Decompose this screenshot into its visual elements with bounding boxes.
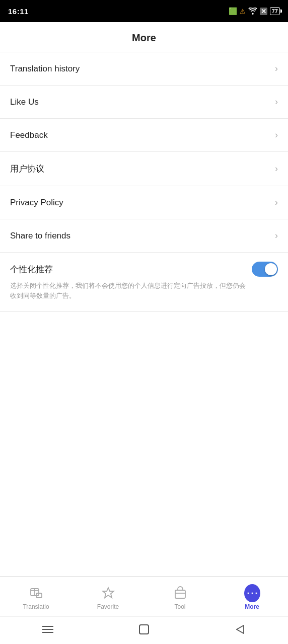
chevron-icon-share-to-friends: › (275, 230, 278, 241)
tab-label-favorite: Favorite (97, 603, 119, 610)
status-time: 16:11 (8, 7, 29, 16)
menu-item-share-to-friends[interactable]: Share to friends › (0, 219, 288, 253)
svg-point-9 (255, 592, 257, 594)
toggle-title: 个性化推荐 (10, 264, 53, 275)
nav-back-button[interactable] (230, 622, 250, 637)
menu-item-user-agreement[interactable]: 用户协议 › (0, 152, 288, 186)
tab-label-tool: Tool (174, 603, 185, 610)
menu-item-label-like-us: Like Us (10, 97, 39, 107)
chevron-icon-user-agreement: › (275, 164, 278, 174)
chevron-icon-like-us: › (275, 97, 278, 107)
home-square-icon (139, 624, 149, 634)
favorite-icon-wrap (100, 585, 116, 601)
menu-list: Translation history › Like Us › Feedback… (0, 52, 288, 444)
favorite-icon (101, 586, 115, 600)
nav-menu-button[interactable] (38, 622, 58, 637)
toggle-description: 选择关闭个性化推荐，我们将不会使用您的个人信息进行定向广告投放，但您仍会收到同等… (10, 281, 278, 300)
android-nav-bar (0, 616, 288, 644)
menu-item-privacy-policy[interactable]: Privacy Policy › (0, 186, 288, 219)
personalized-toggle[interactable] (252, 262, 278, 277)
menu-item-like-us[interactable]: Like Us › (0, 86, 288, 119)
tab-item-more[interactable]: More (216, 585, 288, 610)
svg-point-8 (251, 592, 253, 594)
tool-icon (173, 586, 187, 600)
nav-home-button[interactable] (134, 622, 154, 637)
personalized-recommendation-section: 个性化推荐 选择关闭个性化推荐，我们将不会使用您的个人信息进行定向广告投放，但您… (0, 253, 288, 312)
menu-item-feedback[interactable]: Feedback › (0, 119, 288, 152)
chevron-icon-translation-history: › (275, 63, 278, 74)
more-tab-circle (244, 584, 260, 602)
menu-item-label-feedback: Feedback (10, 130, 48, 140)
status-bar: 16:11 🟩 ⚠ ✕ 77 (0, 0, 288, 22)
tool-icon-wrap (172, 585, 188, 601)
toggle-track (252, 262, 278, 277)
wifi-icon (248, 8, 257, 15)
translation-icon (29, 586, 43, 600)
tab-item-favorite[interactable]: Favorite (72, 585, 144, 610)
app-icon-1: 🟩 (229, 7, 237, 15)
more-dots-icon (247, 591, 257, 595)
x-icon: ✕ (260, 8, 267, 15)
tab-label-more: More (245, 603, 259, 610)
more-icon-wrap (244, 585, 260, 601)
menu-item-label-user-agreement: 用户协议 (10, 163, 44, 175)
tab-label-translation: Translatio (23, 603, 49, 610)
page-title-bar: More (0, 22, 288, 52)
menu-item-label-translation-history: Translation history (10, 64, 80, 74)
tab-bar: Translatio Favorite Tool (0, 576, 288, 616)
warning-icon: ⚠ (240, 8, 246, 15)
menu-item-label-privacy-policy: Privacy Policy (10, 198, 63, 208)
content-spacer (0, 444, 288, 577)
toggle-thumb (265, 263, 277, 275)
hamburger-icon (42, 625, 53, 633)
battery-icon: 77 (270, 7, 280, 15)
svg-rect-13 (139, 625, 149, 634)
page-title: More (8, 32, 280, 44)
toggle-row: 个性化推荐 (10, 262, 278, 277)
svg-marker-14 (237, 625, 244, 633)
chevron-icon-feedback: › (275, 130, 278, 140)
chevron-icon-privacy-policy: › (275, 197, 278, 208)
tab-item-tool[interactable]: Tool (144, 585, 216, 610)
svg-point-7 (247, 592, 249, 594)
menu-item-label-share-to-friends: Share to friends (10, 231, 70, 241)
menu-item-translation-history[interactable]: Translation history › (0, 52, 288, 86)
svg-rect-5 (175, 590, 185, 598)
status-icons: 🟩 ⚠ ✕ 77 (229, 7, 280, 15)
translation-icon-wrap (28, 585, 44, 601)
svg-marker-4 (103, 588, 114, 598)
back-triangle-icon (236, 625, 244, 634)
tab-item-translation[interactable]: Translatio (0, 585, 72, 610)
